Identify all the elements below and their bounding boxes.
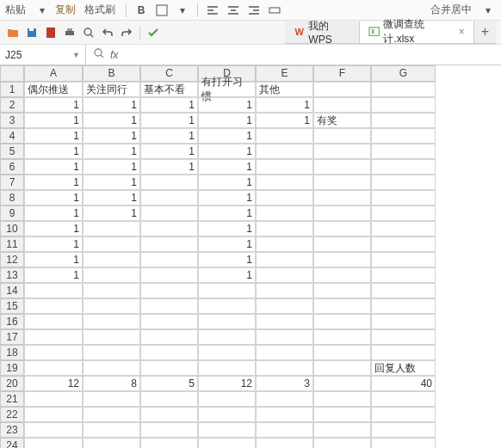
cell[interactable] <box>24 407 83 422</box>
tab-my-wps[interactable]: W 我的WPS <box>285 21 360 43</box>
cell[interactable] <box>256 128 313 144</box>
cell[interactable]: 1 <box>83 190 140 206</box>
cell[interactable]: 有打开习惯 <box>198 82 256 97</box>
cell[interactable] <box>256 329 313 345</box>
cell[interactable] <box>83 236 140 252</box>
fx-label[interactable]: fx <box>110 49 118 61</box>
cell[interactable]: 1 <box>83 128 140 144</box>
cell[interactable] <box>371 422 436 438</box>
tab-spreadsheet[interactable]: 微调查统计.xlsx × <box>360 21 474 43</box>
cell[interactable] <box>24 283 83 298</box>
row-header[interactable]: 6 <box>0 159 24 175</box>
row-header[interactable]: 14 <box>0 283 24 298</box>
spreadsheet-grid[interactable]: ABCDEFG1偶尔推送关注同行基本不看有打开习惯其他211111311111有… <box>0 65 501 448</box>
border-dropdown-icon[interactable]: ▾ <box>175 3 190 18</box>
cell[interactable] <box>313 376 371 391</box>
cell[interactable] <box>371 267 436 283</box>
cell[interactable] <box>83 252 140 267</box>
cell[interactable] <box>313 329 371 345</box>
cell[interactable] <box>313 438 371 448</box>
column-header[interactable]: C <box>140 65 198 82</box>
row-header[interactable]: 13 <box>0 267 24 283</box>
cell[interactable] <box>313 236 371 252</box>
cell[interactable] <box>313 391 371 407</box>
cell[interactable]: 其他 <box>256 82 313 97</box>
paste-label[interactable]: 粘贴 <box>5 3 26 17</box>
cell[interactable] <box>313 221 371 236</box>
row-header[interactable]: 2 <box>0 97 24 113</box>
cell[interactable]: 1 <box>256 97 313 113</box>
row-header[interactable]: 11 <box>0 236 24 252</box>
cell[interactable]: 1 <box>198 236 256 252</box>
cell[interactable] <box>256 159 313 175</box>
cell[interactable]: 40 <box>371 376 436 391</box>
cell[interactable] <box>24 360 83 376</box>
cell[interactable] <box>313 144 371 159</box>
row-header[interactable]: 3 <box>0 113 24 128</box>
row-header[interactable]: 7 <box>0 175 24 190</box>
cell[interactable]: 回复人数 <box>371 360 436 376</box>
cell[interactable] <box>313 267 371 283</box>
column-header[interactable]: B <box>83 65 140 82</box>
column-header[interactable]: A <box>24 65 83 82</box>
cell[interactable]: 1 <box>83 144 140 159</box>
folder-open-icon[interactable] <box>5 25 21 40</box>
cell[interactable] <box>140 345 198 360</box>
select-all-corner[interactable] <box>0 65 24 82</box>
undo-icon[interactable] <box>100 25 115 40</box>
cell[interactable] <box>140 298 198 314</box>
merge-center-label[interactable]: 合并居中 <box>430 3 472 17</box>
name-box[interactable]: J25 ▼ <box>0 45 86 64</box>
cell[interactable] <box>371 298 436 314</box>
pdf-icon[interactable] <box>43 25 59 40</box>
cell[interactable] <box>83 298 140 314</box>
cell[interactable] <box>313 252 371 267</box>
cell[interactable]: 1 <box>24 221 83 236</box>
cell[interactable] <box>83 283 140 298</box>
cell[interactable] <box>83 314 140 329</box>
cell[interactable] <box>140 314 198 329</box>
cell[interactable] <box>198 283 256 298</box>
cell[interactable] <box>83 360 140 376</box>
cell[interactable]: 12 <box>24 376 83 391</box>
format-painter-label[interactable]: 格式刷 <box>84 3 115 17</box>
cell[interactable]: 1 <box>24 252 83 267</box>
cell[interactable] <box>371 97 436 113</box>
cell[interactable] <box>24 422 83 438</box>
merge-icon[interactable] <box>267 3 282 18</box>
border-icon[interactable] <box>154 3 170 18</box>
cell[interactable] <box>371 345 436 360</box>
cell[interactable] <box>313 345 371 360</box>
cell[interactable] <box>256 391 313 407</box>
cell[interactable] <box>371 113 436 128</box>
cell[interactable] <box>371 252 436 267</box>
cell[interactable]: 1 <box>198 221 256 236</box>
print-preview-icon[interactable] <box>81 25 96 40</box>
row-header[interactable]: 8 <box>0 190 24 206</box>
cell[interactable] <box>24 345 83 360</box>
row-header[interactable]: 21 <box>0 391 24 407</box>
cell[interactable] <box>83 267 140 283</box>
cell[interactable]: 1 <box>24 113 83 128</box>
cell[interactable] <box>140 236 198 252</box>
cell[interactable]: 1 <box>198 175 256 190</box>
cell[interactable]: 1 <box>83 206 140 221</box>
cell[interactable] <box>24 438 83 448</box>
cell[interactable] <box>140 438 198 448</box>
row-header[interactable]: 4 <box>0 128 24 144</box>
cell[interactable] <box>371 329 436 345</box>
row-header[interactable]: 19 <box>0 360 24 376</box>
cell[interactable] <box>140 283 198 298</box>
cell[interactable] <box>371 159 436 175</box>
row-header[interactable]: 12 <box>0 252 24 267</box>
cell[interactable] <box>140 175 198 190</box>
cell[interactable] <box>198 329 256 345</box>
cell[interactable] <box>140 206 198 221</box>
cell[interactable] <box>313 407 371 422</box>
cell[interactable] <box>256 345 313 360</box>
cell[interactable] <box>256 360 313 376</box>
cell[interactable] <box>140 190 198 206</box>
save-icon[interactable] <box>24 25 40 40</box>
cell[interactable] <box>83 438 140 448</box>
cell[interactable] <box>198 407 256 422</box>
